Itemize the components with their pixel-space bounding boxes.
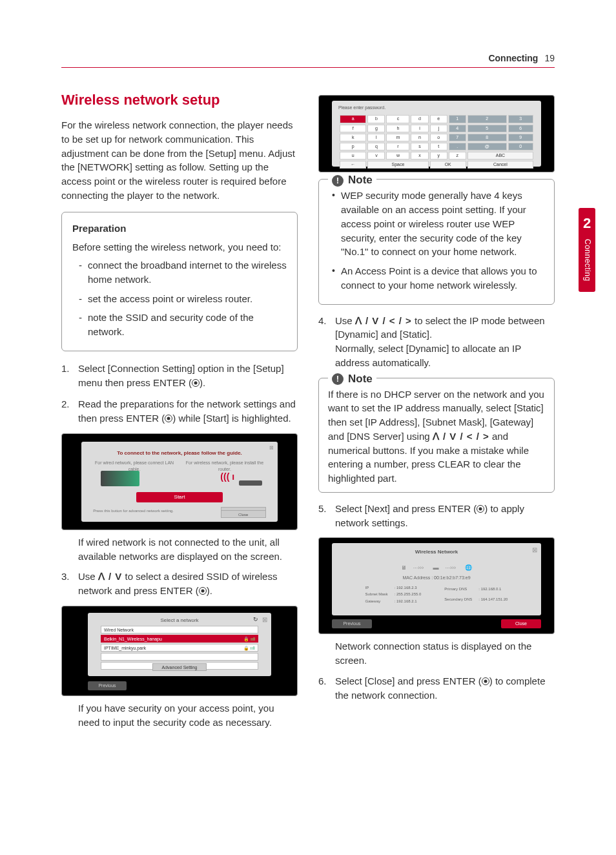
step-2: 2. Read the preparations for the network… <box>61 397 298 426</box>
close-button: Close <box>221 510 266 518</box>
enter-icon <box>165 415 172 422</box>
enter-icon <box>482 677 489 685</box>
close-icon: ⊠ <box>262 615 267 625</box>
lock-icon: 🔒 <box>243 646 249 650</box>
after-shot1-text: If wired network is not connected to the… <box>61 535 298 564</box>
page-header: Connecting 19 <box>61 52 555 68</box>
preparation-list: connect the broadband internet to the wi… <box>72 258 287 339</box>
previous-button: Previous <box>332 619 372 628</box>
step-6: 6. Select [Close] and press ENTER () to … <box>318 674 555 703</box>
router-icon <box>239 480 262 486</box>
password-prompt: Please enter password. <box>338 105 535 111</box>
ssid-row-selected: Belkin_N1_Wireless_hanapu🔒ııll <box>101 635 258 643</box>
chapter-tab: 2 Connecting <box>579 208 595 292</box>
page-title: Wireless network setup <box>61 90 298 110</box>
signal-icon: ıılI <box>251 646 255 650</box>
close-button: Close <box>501 619 541 628</box>
enter-icon <box>192 379 200 387</box>
header-section: Connecting <box>488 52 538 65</box>
step-1: 1. Select [Connection Setting] option in… <box>61 362 298 390</box>
mac-address: MAC Address : 00:1e:b2:b7:73:e9 <box>332 575 541 581</box>
close-icon: ⊠ <box>269 444 274 452</box>
step-3: 3. Use Ʌ / V to select a desired SSID of… <box>61 570 298 598</box>
globe-icon: 🌐 <box>465 564 472 572</box>
intro-paragraph: For the wireless network connection, the… <box>61 118 298 203</box>
advanced-setting-button: Advanced Setting <box>152 663 207 671</box>
preparation-lead: Before setting the wireless network, you… <box>72 240 287 254</box>
prep-item: set the access point or wireless router. <box>79 292 287 306</box>
signal-icon: ııll <box>251 637 255 641</box>
prep-item: connect the broadband internet to the wi… <box>79 258 287 287</box>
wireless-network-title: Wireless Network <box>332 543 541 556</box>
pc-icon: 🖥 <box>401 564 407 572</box>
arrow-keys-icon: Ʌ / V <box>98 571 123 582</box>
screenshot-network-status: ⊠ Wireless Network 🖥···››› ▬···››› 🌐 MAC… <box>318 537 555 634</box>
advanced-hint: Press this button for advanced network s… <box>93 508 174 514</box>
start-button: Start <box>136 492 223 502</box>
ssid-row-empty <box>101 653 258 661</box>
note-text: If there is no DHCP server on the networ… <box>328 387 545 486</box>
preparation-box: Preparation Before setting the wireless … <box>61 212 298 351</box>
onscreen-keyboard: abcde123 fghij456 klmno789 pqrst.@0 uvwx… <box>338 114 535 170</box>
close-icon: ⊠ <box>532 546 537 555</box>
screenshot-network-guide: ⊠ To connect to the network, please foll… <box>61 433 298 530</box>
step-4: 4. Use Ʌ / V / < / > to select the IP mo… <box>318 314 555 370</box>
after-shot2-text: If you have security on your access poin… <box>61 701 298 730</box>
note-box-2: ! Note If there is no DHCP server on the… <box>318 378 555 493</box>
ip-info-left: IP: 192.168.2.3 Subnet Mask: 255.255.255… <box>362 584 426 606</box>
enter-icon <box>477 505 484 513</box>
select-network-title: Select a network <box>88 613 271 624</box>
arrow-keys-icon: Ʌ / V / < / > <box>355 315 412 326</box>
note-bullet: WEP security mode generally have 4 keys … <box>332 189 545 259</box>
note-box-1: ! Note WEP security mode generally have … <box>318 179 555 304</box>
note-bullet: An Access Point is a device that allows … <box>332 264 545 293</box>
right-column: Please enter password. abcde123 fghij456… <box>318 90 555 736</box>
chapter-label: Connecting <box>581 239 592 282</box>
lock-icon: 🔒 <box>243 637 249 641</box>
ssid-row: IPTIME_minkyu.park🔒ıılI <box>101 644 258 652</box>
preparation-heading: Preparation <box>72 221 287 236</box>
note-icon: ! <box>332 373 344 385</box>
router-icon: ▬ <box>433 564 439 572</box>
ip-info-right: Primary DNS: 192.168.0.1 Secondary DNS: … <box>440 584 511 606</box>
header-page-number: 19 <box>544 52 555 65</box>
arrow-keys-icon: Ʌ / V / < / > <box>433 431 489 442</box>
left-column: Wireless network setup For the wireless … <box>61 90 298 736</box>
refresh-icon: ↻ <box>253 615 258 624</box>
previous-button: Previous <box>88 681 127 690</box>
chapter-number: 2 <box>579 208 595 234</box>
enter-icon <box>199 587 207 595</box>
prep-item: note the SSID and security code of the n… <box>79 311 287 339</box>
after-shot4-text: Network connection status is displayed o… <box>318 639 555 668</box>
note-title: Note <box>348 371 373 387</box>
wired-network-row: Wired Network <box>101 626 258 634</box>
step-5: 5. Select [Next] and press ENTER () to a… <box>318 502 555 530</box>
note-icon: ! <box>332 175 344 187</box>
note-title: Note <box>348 172 373 189</box>
screenshot-keyboard: Please enter password. abcde123 fghij456… <box>318 95 555 172</box>
wired-devices-icon <box>101 471 139 486</box>
wifi-icon: ((( ı <box>220 470 234 483</box>
guide-message: To connect to the network, please follow… <box>81 442 278 457</box>
screenshot-select-network: ⊠ Select a network ↻ Wired Network Belki… <box>61 606 298 696</box>
